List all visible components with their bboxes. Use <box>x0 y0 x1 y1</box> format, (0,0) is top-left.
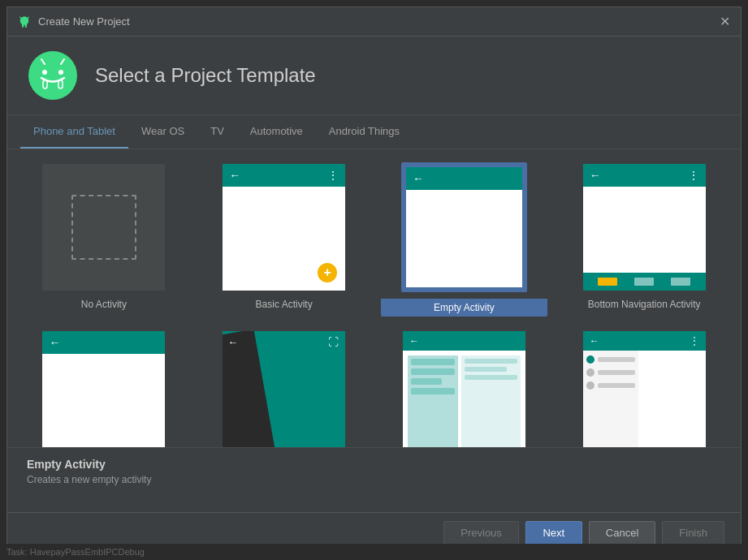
header-title: Select a Project Template <box>95 64 316 87</box>
svg-rect-2 <box>25 24 27 28</box>
next-button[interactable]: Next <box>525 521 582 545</box>
fullscreen-expand-icon: ⛶ <box>328 336 339 348</box>
nav-drawer-body <box>583 351 706 447</box>
template-basic-activity-label: Basic Activity <box>256 299 313 310</box>
nav-dot-circle-2 <box>586 368 595 377</box>
close-button[interactable]: ✕ <box>718 15 731 28</box>
fullscreen-back-icon: ← <box>227 336 238 348</box>
bottom-nav-topbar: ← ⋮ <box>583 164 706 187</box>
tab-android-things[interactable]: Android Things <box>316 115 413 149</box>
svg-rect-9 <box>58 80 63 88</box>
template-fragment-list[interactable]: ← <box>381 330 548 447</box>
android-small-icon <box>17 15 32 29</box>
fragment-line-3 <box>411 378 442 385</box>
fragment-right-line-1 <box>465 359 517 364</box>
title-bar-left: Create New Project <box>17 15 130 29</box>
title-bar: Create New Project ✕ <box>7 7 741 37</box>
bottom-nav-back-arrow: ← <box>590 169 601 182</box>
template-basic-activity[interactable]: ← ⋮ + Basic Activity <box>201 162 368 317</box>
tab-tv[interactable]: TV <box>197 115 237 149</box>
cancel-button[interactable]: Cancel <box>589 521 655 545</box>
nav-dot-1 <box>586 355 635 364</box>
fragment-right-line-3 <box>465 375 517 380</box>
fullscreen-bg: ← ⛶ <box>223 331 345 447</box>
template-empty-activity[interactable]: ← Empty Activity <box>381 162 548 317</box>
nav-dot-line-1 <box>598 357 635 362</box>
template-empty-activity-label: Empty Activity <box>381 299 548 317</box>
fragment-line-4 <box>411 388 455 394</box>
taskbar-hint: Task: HavepayPassEmbIPCDebug <box>0 544 748 560</box>
template-fullscreen-preview: ← ⛶ <box>221 330 347 447</box>
basic-body: + <box>223 187 345 291</box>
template-bottom-nav-label: Bottom Navigation Activity <box>588 299 701 310</box>
fragment-right-panel <box>461 355 521 447</box>
empty-body <box>406 190 522 287</box>
basic-back-arrow: ← <box>229 169 240 182</box>
nav-drawer-right-panel <box>638 351 706 447</box>
no-activity-dashed-box <box>71 195 136 260</box>
fragment-body <box>403 351 525 447</box>
svg-point-0 <box>20 16 29 25</box>
fragment-left-panel <box>408 355 458 447</box>
tab-automotive[interactable]: Automotive <box>237 115 316 149</box>
bottom-nav-menu: ⋮ <box>688 169 699 182</box>
empty-back-arrow: ← <box>413 172 424 185</box>
svg-line-3 <box>20 17 22 19</box>
header-section: Select a Project Template <box>7 37 741 115</box>
template-no-activity[interactable]: No Activity <box>20 162 188 317</box>
selected-template-description: Creates a new empty activity <box>27 474 721 485</box>
template-nav-drawer[interactable]: ← ⋮ <box>560 330 728 447</box>
basic-topbar: ← ⋮ <box>223 164 345 187</box>
template-no-activity-label: No Activity <box>81 299 127 310</box>
basic-fab: + <box>318 263 337 282</box>
fragment-line-1 <box>411 359 455 365</box>
nav-dot-circle-1 <box>586 355 595 364</box>
svg-line-4 <box>28 17 29 19</box>
android-logo <box>27 50 79 101</box>
bottom-nav-item-2 <box>634 278 654 286</box>
template-basic-activity-preview: ← ⋮ + <box>221 162 347 292</box>
templates-grid: No Activity ← ⋮ + <box>20 162 728 447</box>
nav-dot-line-3 <box>598 383 635 388</box>
nav-drawer-left-panel <box>583 351 638 447</box>
nav-dot-3 <box>586 381 635 390</box>
bottom-nav-bar <box>583 273 706 291</box>
empty-topbar: ← <box>406 167 522 190</box>
svg-point-5 <box>28 51 77 100</box>
template-no-activity-preview <box>41 162 166 292</box>
fragment-line-2 <box>411 368 455 375</box>
finish-button[interactable]: Finish <box>662 521 724 545</box>
template-fragment-preview: ← <box>401 330 527 447</box>
template-empty-activity-2[interactable]: ← Empty Activity <box>20 330 188 447</box>
content-area: No Activity ← ⋮ + <box>7 149 741 447</box>
svg-point-7 <box>58 70 63 75</box>
nav-dot-2 <box>586 368 635 377</box>
templates-grid-wrapper[interactable]: No Activity ← ⋮ + <box>7 149 741 447</box>
template-bottom-nav-preview: ← ⋮ <box>582 162 707 292</box>
tabs-section: Phone and Tablet Wear OS TV Automotive A… <box>7 115 741 149</box>
tab-wear-os[interactable]: Wear OS <box>128 115 197 149</box>
template-empty-activity-2-preview: ← <box>41 330 166 447</box>
selected-template-title: Empty Activity <box>27 458 721 471</box>
nav-dot-circle-3 <box>586 381 595 390</box>
svg-point-6 <box>42 70 47 75</box>
template-bottom-navigation[interactable]: ← ⋮ Bottom Navigation Activity <box>560 162 728 317</box>
tab-phone-tablet[interactable]: Phone and Tablet <box>20 115 128 149</box>
template-empty-activity-preview: ← <box>401 162 527 292</box>
previous-button[interactable]: Previous <box>443 521 519 545</box>
svg-rect-1 <box>22 24 24 28</box>
taskbar-text: Task: HavepayPassEmbIPCDebug <box>6 547 145 557</box>
svg-rect-8 <box>43 80 47 88</box>
info-section: Empty Activity Creates a new empty activ… <box>7 447 741 512</box>
nav-drawer-topbar: ← ⋮ <box>583 331 706 351</box>
fragment-topbar: ← <box>403 331 525 351</box>
basic-menu: ⋮ <box>327 169 339 182</box>
empty2-topbar: ← <box>42 331 165 354</box>
bottom-nav-item-3 <box>671 278 690 286</box>
template-fullscreen[interactable]: ← ⛶ Fullscreen Activity <box>201 330 368 447</box>
bottom-nav-body <box>583 187 706 273</box>
empty2-body <box>42 354 165 447</box>
nav-dot-line-2 <box>598 370 635 375</box>
fragment-right-line-2 <box>465 367 507 372</box>
empty2-back-arrow: ← <box>49 336 60 349</box>
